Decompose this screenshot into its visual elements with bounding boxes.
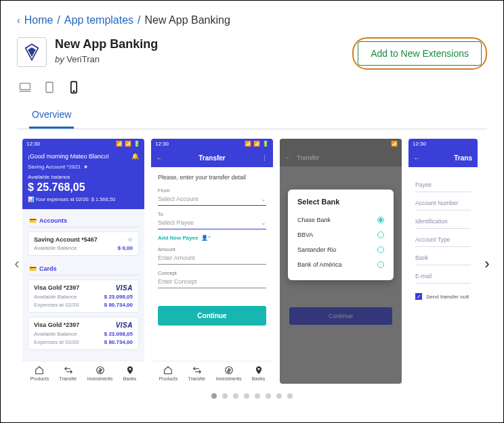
field-label: Payee xyxy=(415,178,471,192)
device-desktop-icon[interactable] xyxy=(18,81,32,94)
bank-option: Chase Bank xyxy=(297,213,384,227)
carousel-prev-icon[interactable]: ‹ xyxy=(10,254,24,274)
transfer-prompt: Please, enter your transfer detail xyxy=(158,174,266,181)
send-notification-checkbox: ✓Send transfer noti xyxy=(415,293,471,300)
page-title: New App Banking xyxy=(55,37,158,51)
device-selector xyxy=(18,81,487,94)
amount-input: Enter Amount xyxy=(158,252,266,265)
field-label: Bank xyxy=(415,251,471,265)
breadcrumb-sep: / xyxy=(138,14,140,26)
screenshot-carousel: ‹ › 12:30📶📶🔋 ¡Good morning Mateo Blanco!… xyxy=(17,139,487,399)
svg-rect-1 xyxy=(46,83,53,93)
bank-option: BBVA xyxy=(297,227,384,242)
chevron-down-icon: ⌄ xyxy=(261,196,266,202)
breadcrumb-back-icon[interactable]: ‹ xyxy=(17,15,20,26)
app-logo-icon xyxy=(17,37,47,67)
select-bank-modal: Select Bank Chase Bank BBVA Santander Ri… xyxy=(288,190,394,280)
to-payee-select: Select Payee⌄ xyxy=(158,217,266,229)
svg-point-5 xyxy=(129,368,131,370)
continue-button-disabled: Continue xyxy=(289,307,392,325)
carousel-dot[interactable] xyxy=(266,393,271,399)
svg-point-3 xyxy=(73,91,74,91)
svg-rect-0 xyxy=(20,83,30,89)
field-label: Account Type xyxy=(415,233,471,247)
device-phone-icon[interactable] xyxy=(67,81,81,94)
breadcrumb-home[interactable]: Home xyxy=(24,14,54,26)
add-to-extensions-button[interactable]: Add to New Extensions xyxy=(358,41,482,66)
balance-amount: $ 25.768,05 xyxy=(28,181,139,194)
tabs: Overview xyxy=(17,102,487,129)
greeting: ¡Good morning Mateo Blanco! xyxy=(28,153,109,160)
cta-highlight: Add to New Extensions xyxy=(352,37,487,70)
bottom-navbar: Products Transfer Investments Banks xyxy=(151,361,273,384)
bank-option: Santander Rio xyxy=(297,242,384,257)
add-person-icon: 👤⁺ xyxy=(201,235,211,241)
screenshot-3: 📶 ←Transfer Select Bank Chase Bank BBVA … xyxy=(280,139,402,384)
breadcrumb-current: New App Banking xyxy=(145,14,230,26)
breadcrumb-templates[interactable]: App templates xyxy=(64,14,133,26)
screenshot-1: 12:30📶📶🔋 ¡Good morning Mateo Blanco!🔔 Sa… xyxy=(22,139,144,384)
visa-logo: VISA xyxy=(116,321,133,329)
back-arrow-icon: ← xyxy=(414,155,420,162)
device-tablet-icon[interactable] xyxy=(43,81,56,94)
account-card: Saving Account *5467☆ Available Balance$… xyxy=(28,231,139,256)
star-icon: ★ xyxy=(83,164,88,170)
radio-icon xyxy=(377,246,384,253)
radio-icon xyxy=(377,231,384,238)
field-label: Identification xyxy=(415,215,471,229)
continue-button: Continue xyxy=(158,306,266,326)
back-arrow-icon: ← xyxy=(285,154,291,161)
bottom-navbar: Products Transfer Investments Banks xyxy=(22,361,144,384)
page-header: New App Banking by VeriTran Add to New E… xyxy=(17,37,487,70)
accounts-icon: 💳 xyxy=(29,217,37,224)
screenshot-4: 12:30 ←Trans Payee Account Number Identi… xyxy=(408,139,478,384)
from-account-select: Select Account⌄ xyxy=(158,194,266,206)
chevron-down-icon: ⌄ xyxy=(261,219,266,226)
radio-icon xyxy=(377,261,384,268)
modal-title: Select Bank xyxy=(297,198,384,206)
carousel-dot[interactable] xyxy=(211,393,217,399)
more-icon: ⋮ xyxy=(261,155,268,162)
carousel-dot[interactable] xyxy=(287,393,293,399)
carousel-dot[interactable] xyxy=(255,393,260,399)
field-label: E-mail xyxy=(415,269,471,284)
carousel-dots xyxy=(17,393,487,399)
statusbar-icons: 📶📶🔋 xyxy=(116,141,140,147)
checkbox-checked-icon: ✓ xyxy=(415,293,422,300)
svg-point-7 xyxy=(257,368,259,370)
bank-option: Bank of América xyxy=(297,257,384,272)
carousel-next-icon[interactable]: › xyxy=(480,254,494,274)
carousel-dot[interactable] xyxy=(222,393,228,399)
vendor-line: by VeriTran xyxy=(55,54,158,64)
breadcrumb-sep: / xyxy=(57,14,60,26)
carousel-dot[interactable] xyxy=(244,393,249,399)
concept-input: Enter Concept xyxy=(158,276,266,288)
screenshot-2: 12:30📶📶🔋 ←Transfer⋮ Please, enter your t… xyxy=(151,139,273,384)
back-arrow-icon: ← xyxy=(156,155,163,162)
carousel-dot[interactable] xyxy=(233,393,238,399)
add-new-payee-link: Add New Payee👤⁺ xyxy=(158,235,266,241)
credit-card: Visa Gold *2397VISA Available Balance$ 2… xyxy=(28,317,139,350)
radio-selected-icon xyxy=(377,217,384,223)
field-label: Account Number xyxy=(415,196,471,210)
visa-logo: VISA xyxy=(116,284,133,292)
cards-icon: 💳 xyxy=(29,265,37,272)
tab-overview[interactable]: Overview xyxy=(29,102,74,129)
credit-card: Visa Gold *2397VISA Available Balance$ 2… xyxy=(28,280,139,313)
carousel-dot[interactable] xyxy=(276,393,282,399)
star-outline-icon: ☆ xyxy=(127,236,133,243)
bell-icon: 🔔 xyxy=(131,153,139,160)
breadcrumb: ‹ Home / App templates / New App Banking xyxy=(17,14,487,26)
